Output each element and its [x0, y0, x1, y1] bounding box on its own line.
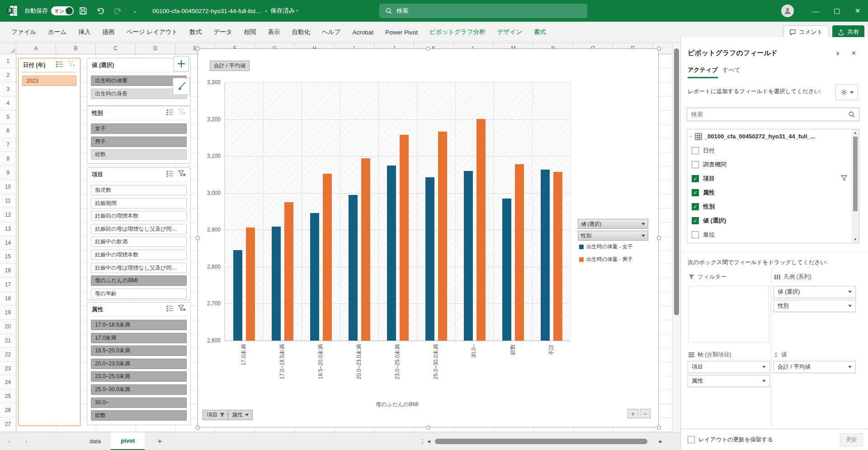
field-row-単位[interactable]: 単位 — [687, 227, 859, 242]
undo-icon[interactable]: ˅ — [93, 3, 108, 19]
chart-zoom-in-button[interactable]: + — [627, 409, 638, 418]
autosave-toggle[interactable]: オン — [51, 6, 74, 15]
slicer-gender[interactable]: 性別女子男子総数 — [87, 106, 191, 164]
field-chip-合計 / 平均値[interactable]: 合計 / 平均値 — [774, 361, 856, 373]
slicer-item-妊娠前の喫煙本数[interactable]: 妊娠前の喫煙本数 — [91, 211, 187, 221]
ribbon-tab-データ[interactable]: データ — [208, 25, 238, 39]
slicer-item-総数[interactable]: 総数 — [91, 410, 187, 421]
minimize-icon[interactable]: — — [806, 0, 826, 22]
values-drop-area[interactable]: 合計 / 平均値 — [774, 361, 856, 375]
hscroll-left-icon[interactable]: ◀ — [427, 439, 430, 444]
row-header-2[interactable]: 2 — [0, 68, 16, 82]
vertical-scrollbar-thumb[interactable] — [674, 48, 679, 315]
ribbon-tab-ファイル[interactable]: ファイル — [5, 25, 42, 39]
row-header-6[interactable]: 6 — [0, 124, 16, 138]
fields-search-input[interactable]: 検索 — [687, 108, 859, 121]
ribbon-tab-Power Pivot[interactable]: Power Pivot — [379, 26, 424, 38]
slicer-item-17.0未満[interactable]: 17.0未満 — [91, 333, 187, 343]
ribbon-tab-表示[interactable]: 表示 — [262, 25, 286, 39]
multi-select-icon[interactable] — [56, 61, 63, 67]
multi-select-icon[interactable] — [166, 305, 174, 312]
row-header-20[interactable]: 20 — [0, 320, 16, 334]
field-row-性別[interactable]: ✓性別 — [687, 199, 859, 213]
checkbox-checked[interactable]: ✓ — [692, 175, 699, 182]
slicer-item-妊娠中の喫煙本数[interactable]: 妊娠中の喫煙本数 — [91, 250, 187, 260]
scroll-up-icon[interactable]: ▲ — [852, 131, 859, 135]
ribbon-tab-ピボットグラフ分析[interactable]: ピボットグラフ分析 — [424, 25, 491, 39]
clear-filter-icon[interactable] — [178, 170, 186, 177]
defer-layout-checkbox[interactable] — [688, 436, 695, 443]
field-row-項目[interactable]: ✓項目 — [687, 171, 859, 185]
chart-selection-handle[interactable] — [196, 47, 200, 51]
pane-close-icon[interactable]: ✕ — [851, 50, 856, 57]
field-chip-値 (選択)[interactable]: 値 (選択) — [774, 286, 856, 298]
tab-active-fields[interactable]: アクティブ — [688, 66, 718, 78]
field-list-scrollbar[interactable]: ▲ ▼ — [852, 129, 859, 243]
ribbon-tab-ページ レイアウト[interactable]: ページ レイアウト — [120, 25, 184, 39]
avatar[interactable] — [781, 5, 794, 17]
row-header-7[interactable]: 7 — [0, 138, 16, 152]
chart-axis-field-button-属性[interactable]: 属性 — [228, 410, 253, 420]
vertical-scrollbar[interactable] — [672, 43, 680, 432]
multi-select-icon[interactable] — [166, 170, 174, 177]
slicer-item-妊娠前の母は喫煙なし父及び同…[interactable]: 妊娠前の母は喫煙なし父及び同… — [91, 224, 187, 234]
row-header-23[interactable]: 23 — [0, 362, 16, 376]
ribbon-tab-ホーム[interactable]: ホーム — [42, 25, 72, 39]
ribbon-tab-デザイン[interactable]: デザイン — [491, 25, 528, 39]
ribbon-tab-描画[interactable]: 描画 — [96, 25, 120, 39]
row-header-12[interactable]: 12 — [0, 208, 16, 222]
checkbox-checked[interactable]: ✓ — [692, 203, 699, 210]
slicer-item-男子[interactable]: 男子 — [91, 137, 187, 147]
field-row-調査機関[interactable]: 調査機関 — [687, 157, 859, 171]
ribbon-tab-数式[interactable]: 数式 — [184, 25, 208, 39]
sheet-nav-left-icon[interactable]: ‹ — [0, 438, 18, 445]
field-chip-項目[interactable]: 項目 — [688, 361, 770, 373]
field-table-header[interactable]: ⌐_00100_cfa_00450272_hyo31_44_full_... — [687, 129, 859, 143]
chart-selection-handle[interactable] — [657, 47, 661, 51]
ribbon-tab-Acrobat[interactable]: Acrobat — [346, 26, 379, 38]
close-icon[interactable]: ✕ — [847, 0, 868, 22]
search-bar[interactable]: 検索 — [379, 4, 587, 18]
add-sheet-button[interactable]: + — [157, 437, 162, 446]
ribbon-tab-ヘルプ[interactable]: ヘルプ — [316, 25, 346, 39]
excel-app-icon[interactable]: X — [6, 5, 18, 17]
ribbon-tab-校閲[interactable]: 校閲 — [238, 25, 262, 39]
row-header-8[interactable]: 8 — [0, 152, 16, 166]
sheet-tab-pivot[interactable]: pivot — [111, 432, 145, 450]
slicer-item-胎児数[interactable]: 胎児数 — [91, 185, 187, 195]
slicer-item-妊娠期間[interactable]: 妊娠期間 — [91, 198, 187, 208]
field-row-属性[interactable]: ✓属性 — [687, 185, 859, 199]
ribbon-tab-自動化[interactable]: 自動化 — [286, 25, 316, 39]
tools-gear-button[interactable] — [835, 84, 858, 100]
select-all-corner[interactable] — [0, 43, 16, 54]
column-header-A[interactable]: A — [16, 43, 56, 54]
slicer-item-25.0~30.0未満[interactable]: 25.0~30.0未満 — [91, 384, 187, 395]
row-header-14[interactable]: 14 — [0, 236, 16, 250]
quick-access-chevron-icon[interactable]: ⌄ — [127, 3, 142, 19]
chart-legend-field-dropdown-値 (選択)[interactable]: 値 (選択) — [578, 219, 648, 229]
maximize-icon[interactable]: ▢ — [826, 0, 847, 22]
field-chip-属性[interactable]: 属性 — [688, 375, 770, 387]
field-row-平均値[interactable]: ✓平均値 — [687, 242, 859, 243]
slicer-item-女子[interactable]: 女子 — [91, 123, 187, 134]
slicer-date[interactable]: 日付 (年)2023 — [18, 58, 80, 426]
slicer-item-母の年齢[interactable]: 母の年齢 — [91, 289, 187, 299]
legend-drop-area[interactable]: 値 (選択)性別 — [774, 286, 856, 314]
hscroll-right-icon[interactable]: ▶ — [659, 439, 662, 444]
checkbox-unchecked[interactable] — [692, 161, 699, 168]
row-header-15[interactable]: 15 — [0, 250, 16, 264]
clear-filter-icon[interactable] — [178, 305, 186, 312]
checkbox-checked[interactable]: ✓ — [692, 217, 699, 224]
checkbox-unchecked[interactable] — [692, 231, 699, 238]
slicer-attr[interactable]: 属性17.0~18.5未満17.0未満18.5~20.0未満20.0~23.0未… — [87, 302, 191, 425]
column-header-D[interactable]: D — [136, 43, 175, 54]
slicer-item-20.0~23.0未満[interactable]: 20.0~23.0未満 — [91, 359, 187, 369]
slicer-item-母のふだんのBMI[interactable]: 母のふだんのBMI — [91, 275, 187, 286]
saved-status[interactable]: 保存済み — [270, 7, 295, 15]
chart-legend-field-dropdown-性別[interactable]: 性別 — [578, 231, 648, 241]
saved-status-chevron-icon[interactable]: ˅ — [296, 9, 298, 13]
scroll-down-icon[interactable]: ▼ — [852, 237, 859, 242]
slicer-item-2023[interactable]: 2023 — [22, 76, 76, 86]
document-title[interactable]: 00100-cfa-00450272-hyo31-44-full-list… — [152, 8, 262, 14]
filters-drop-area[interactable] — [689, 286, 769, 343]
